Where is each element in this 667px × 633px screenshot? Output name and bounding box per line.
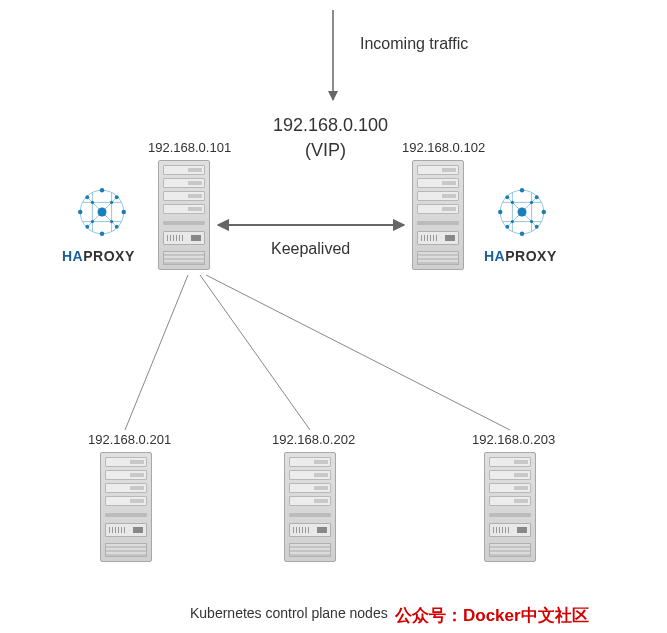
svg-point-19 (85, 225, 89, 229)
haproxy-proxy-text: PROXY (505, 248, 557, 264)
svg-point-18 (115, 195, 119, 199)
svg-point-37 (505, 195, 509, 199)
svg-point-43 (511, 220, 514, 223)
keepalived-label: Keepalived (271, 240, 350, 258)
k8s-node-2 (284, 452, 336, 562)
vip-ip-label: 192.168.0.100 (273, 115, 388, 136)
k8s-node-1 (100, 452, 152, 562)
lb-server-left (158, 160, 210, 270)
svg-point-24 (110, 220, 113, 223)
svg-line-3 (200, 275, 310, 430)
haproxy-proxy-text: PROXY (83, 248, 135, 264)
svg-point-36 (542, 210, 546, 214)
svg-point-23 (91, 220, 94, 223)
svg-point-20 (115, 225, 119, 229)
node1-ip-label: 192.168.0.201 (88, 432, 171, 447)
svg-line-4 (206, 275, 510, 430)
svg-point-16 (122, 210, 126, 214)
svg-line-2 (125, 275, 188, 430)
svg-point-39 (505, 225, 509, 229)
lb-right-ip-label: 192.168.0.102 (402, 140, 485, 155)
haproxy-ha-text: HA (484, 248, 505, 264)
svg-point-41 (511, 201, 514, 204)
node3-ip-label: 192.168.0.203 (472, 432, 555, 447)
haproxy-sphere-icon (70, 180, 134, 244)
svg-point-44 (530, 220, 533, 223)
svg-point-21 (91, 201, 94, 204)
incoming-traffic-label: Incoming traffic (360, 35, 468, 53)
haproxy-ha-text: HA (62, 248, 83, 264)
svg-point-38 (535, 195, 539, 199)
svg-point-12 (98, 208, 107, 217)
haproxy-label-left: HAPROXY (62, 248, 135, 264)
node2-ip-label: 192.168.0.202 (272, 432, 355, 447)
haproxy-sphere-icon (490, 180, 554, 244)
haproxy-label-right: HAPROXY (484, 248, 557, 264)
svg-point-15 (78, 210, 82, 214)
svg-point-17 (85, 195, 89, 199)
lb-left-ip-label: 192.168.0.101 (148, 140, 231, 155)
watermark-text: 公众号：Docker中文社区 (395, 604, 589, 627)
svg-point-33 (520, 188, 524, 192)
svg-point-42 (530, 201, 533, 204)
svg-point-14 (100, 232, 104, 236)
vip-suffix-label: (VIP) (305, 140, 346, 161)
k8s-node-3 (484, 452, 536, 562)
diagram-caption: Kubernetes control plane nodes (190, 605, 388, 621)
svg-point-32 (518, 208, 527, 217)
lb-server-right (412, 160, 464, 270)
svg-point-22 (110, 201, 113, 204)
svg-point-35 (498, 210, 502, 214)
svg-point-34 (520, 232, 524, 236)
svg-point-40 (535, 225, 539, 229)
svg-point-13 (100, 188, 104, 192)
